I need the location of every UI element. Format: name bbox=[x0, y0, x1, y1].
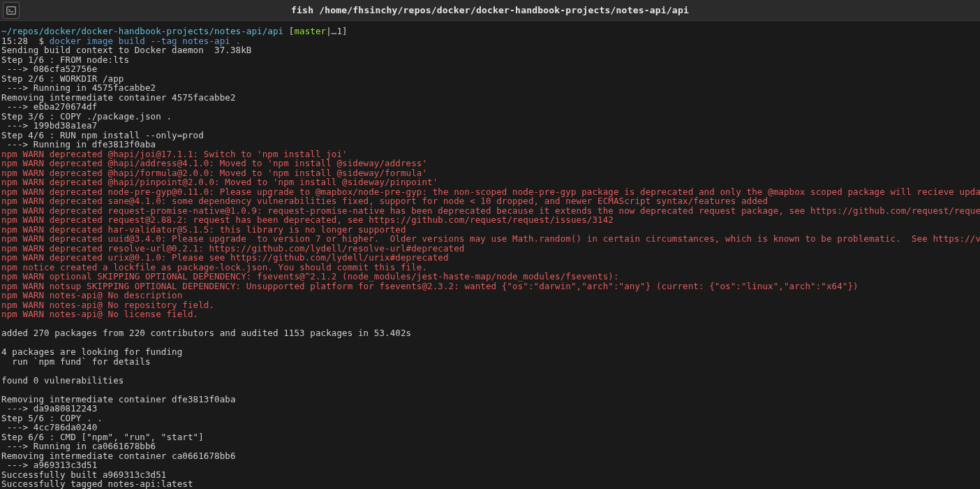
output-line: 4 packages are looking for funding bbox=[1, 347, 979, 357]
output-line: npm notice created a lockfile as package… bbox=[1, 263, 979, 272]
output-line: added 270 packages from 220 contributors… bbox=[1, 328, 979, 338]
output-line: npm WARN notes-api@ No description bbox=[1, 291, 979, 300]
output-line: ---> Running in 4575facabbe2 bbox=[1, 83, 979, 93]
output-line: npm WARN deprecated sane@4.1.0: some dep… bbox=[1, 196, 979, 206]
output-line: Step 5/6 : COPY . . bbox=[1, 414, 979, 423]
output-line: npm WARN notes-api@ No license field. bbox=[1, 309, 979, 319]
output-line bbox=[1, 319, 979, 329]
output-line: ---> ebba270674df bbox=[1, 102, 979, 112]
output-line: npm WARN notsup SKIPPING OPTIONAL DEPEND… bbox=[1, 282, 979, 291]
output-line: Successfully tagged notes-api:latest bbox=[1, 479, 979, 489]
output-line: npm WARN deprecated @hapi/address@4.1.0:… bbox=[1, 159, 979, 168]
output-line: npm WARN deprecated @hapi/pinpoint@2.0.0… bbox=[1, 177, 979, 187]
output-line: npm WARN notes-api@ No repository field. bbox=[1, 300, 979, 310]
output-line: run `npm fund` for details bbox=[1, 357, 979, 367]
terminal-output[interactable]: ~/repos/docker/docker-handbook-projects/… bbox=[0, 21, 980, 489]
output-line: Step 2/6 : WORKDIR /app bbox=[1, 74, 979, 84]
prompt-line-2: 15:28 $ docker image build --tag notes-a… bbox=[1, 36, 979, 46]
output-line: Removing intermediate container dfe3813f… bbox=[1, 395, 979, 404]
output-line: npm WARN deprecated node-pre-gyp@0.11.0:… bbox=[1, 187, 979, 197]
output-line: npm WARN deprecated har-validator@5.1.5:… bbox=[1, 225, 979, 235]
output-line: ---> 086cfa52756e bbox=[1, 64, 979, 74]
output-line bbox=[1, 385, 979, 395]
output-line: npm WARN deprecated resolve-url@0.2.1: h… bbox=[1, 244, 979, 254]
output-line: Removing intermediate container 4575faca… bbox=[1, 93, 979, 103]
output-line: npm WARN optional SKIPPING OPTIONAL DEPE… bbox=[1, 272, 979, 282]
output-line: npm WARN deprecated @hapi/formula@2.0.0:… bbox=[1, 168, 979, 178]
output-line: ---> da9a80812243 bbox=[1, 404, 979, 414]
output-line: npm WARN deprecated urix@0.1.0: Please s… bbox=[1, 253, 979, 263]
output-line: npm WARN deprecated uuid@3.4.0: Please u… bbox=[1, 234, 979, 244]
output-line: npm WARN deprecated request@2.88.2: requ… bbox=[1, 215, 979, 225]
output-line: Successfully built a969313c3d51 bbox=[1, 470, 979, 480]
window-titlebar: fish /home/fhsinchy/repos/docker/docker-… bbox=[0, 0, 980, 21]
output-line: Sending build context to Docker daemon 3… bbox=[1, 45, 979, 55]
output-line: ---> a969313c3d51 bbox=[1, 460, 979, 470]
output-line: npm WARN deprecated request-promise-nati… bbox=[1, 206, 979, 216]
output-line: ---> 199bd38a1ea7 bbox=[1, 121, 979, 131]
output-line: ---> Running in ca0661678bb6 bbox=[1, 441, 979, 451]
app-icon[interactable] bbox=[3, 2, 20, 19]
output-line: Step 1/6 : FROM node:lts bbox=[1, 55, 979, 65]
window-title: fish /home/fhsinchy/repos/docker/docker-… bbox=[291, 5, 689, 15]
terminal-icon bbox=[6, 6, 16, 15]
prompt-line-1: ~/repos/docker/docker-handbook-projects/… bbox=[1, 27, 979, 36]
output-line bbox=[1, 338, 979, 348]
output-line bbox=[1, 366, 979, 376]
svg-rect-0 bbox=[7, 6, 15, 14]
prompt-branch: master bbox=[294, 26, 326, 36]
output-line: Removing intermediate container ca066167… bbox=[1, 451, 979, 461]
output-line: ---> 4cc786da0240 bbox=[1, 423, 979, 432]
output-line: Step 3/6 : COPY ./package.json . bbox=[1, 112, 979, 122]
output-line: ---> Running in dfe3813f0aba bbox=[1, 140, 979, 149]
output-line: found 0 vulnerabilities bbox=[1, 376, 979, 386]
output-line: npm WARN deprecated @hapi/joi@17.1.1: Sw… bbox=[1, 149, 979, 159]
output-line: Step 6/6 : CMD ["npm", "run", "start"] bbox=[1, 432, 979, 442]
output-line: Step 4/6 : RUN npm install --only=prod bbox=[1, 131, 979, 140]
